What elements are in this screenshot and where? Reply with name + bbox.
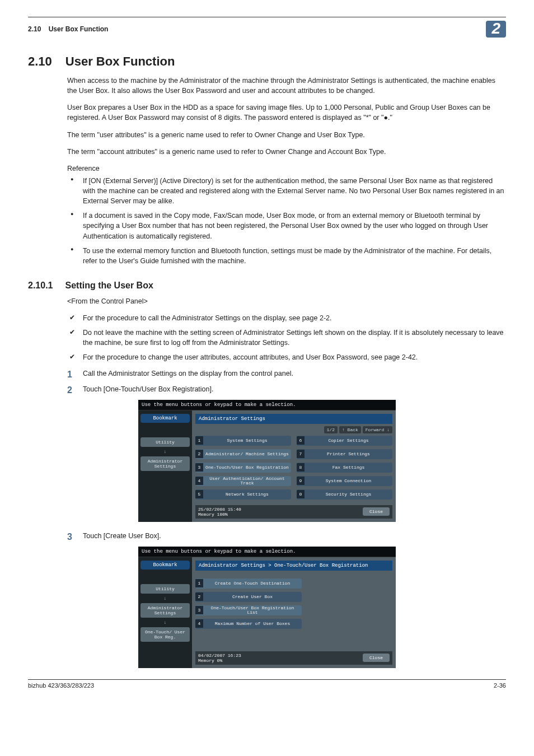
panel-memory: Memory 0% bbox=[198, 658, 241, 663]
menu-registration-list[interactable]: 3One-Touch/User Box Registration List bbox=[195, 605, 302, 615]
sidebar-admin-settings[interactable]: Administrator Settings bbox=[140, 456, 190, 471]
chapter-badge: 2 bbox=[486, 21, 506, 38]
chevron-down-icon: ↓ bbox=[140, 449, 190, 454]
menu-one-touch-user-box[interactable]: 3One-Touch/User Box Registration bbox=[195, 463, 291, 473]
panel-memory: Memory 100% bbox=[198, 512, 241, 517]
step-number: 1 bbox=[67, 370, 83, 380]
subsection-title-text: Setting the User Box bbox=[65, 281, 153, 291]
step-text: Touch [One-Touch/User Box Registration]. bbox=[83, 385, 506, 395]
body-para: When access to the machine by the Admini… bbox=[67, 76, 506, 96]
close-button[interactable]: Close bbox=[363, 654, 390, 662]
panel-date: 25/02/2008 15:40 bbox=[198, 507, 241, 512]
body-para: User Box prepares a User Box in the HDD … bbox=[67, 102, 506, 123]
section-number: 2.10 bbox=[28, 54, 52, 69]
reference-label: Reference bbox=[67, 164, 506, 174]
panel-instruction: Use the menu buttons or keypad to make a… bbox=[138, 547, 396, 557]
bookmark-tab[interactable]: Bookmark bbox=[140, 561, 190, 570]
chevron-down-icon: ↓ bbox=[140, 620, 190, 625]
header-section-title: User Box Function bbox=[49, 25, 109, 33]
footer-model: bizhub 423/363/283/223 bbox=[28, 682, 94, 689]
body-para: The term "account attributes" is a gener… bbox=[67, 147, 506, 157]
reference-list: If [ON (External Server)] (Active Direct… bbox=[67, 176, 506, 266]
reference-item: To use the external memory function and … bbox=[67, 246, 506, 266]
reference-item: If a document is saved in the Copy mode,… bbox=[67, 211, 506, 241]
pager-back-button[interactable]: ↑ Back bbox=[339, 426, 361, 433]
pager-page: 1/2 bbox=[324, 426, 338, 433]
sidebar-utility[interactable]: Utility bbox=[140, 437, 190, 447]
menu-security-settings[interactable]: 0Security Settings bbox=[297, 489, 392, 500]
pager-forward-button[interactable]: Forward ↓ bbox=[363, 426, 392, 433]
sidebar-one-touch-user-box-reg[interactable]: One-Touch/ User Box Reg. bbox=[140, 627, 190, 642]
step-number: 3 bbox=[67, 532, 83, 542]
prereq-list: For the procedure to call the Administra… bbox=[67, 313, 506, 363]
menu-network-settings[interactable]: 5Network Settings bbox=[195, 489, 291, 500]
panel-date: 04/02/2007 16:23 bbox=[198, 653, 241, 658]
step-text: Touch [Create User Box]. bbox=[83, 532, 506, 542]
panel-title: Administrator Settings bbox=[195, 414, 392, 424]
step-3: 3 Touch [Create User Box]. bbox=[67, 532, 506, 542]
panel-instruction: Use the menu buttons or keypad to make a… bbox=[138, 400, 396, 410]
reference-item: If [ON (External Server)] (Active Direct… bbox=[67, 176, 506, 206]
control-panel-screenshot-1: Use the menu buttons or keypad to make a… bbox=[138, 400, 396, 522]
body-para: The term "user attributes" is a generic … bbox=[67, 130, 506, 140]
menu-fax-settings[interactable]: 8Fax Settings bbox=[297, 463, 392, 473]
menu-copier-settings[interactable]: 6Copier Settings bbox=[297, 436, 392, 446]
section-title-text: User Box Function bbox=[65, 54, 175, 69]
menu-max-number-user-boxes[interactable]: 4Maximum Number of User Boxes bbox=[195, 619, 302, 629]
running-header: 2.10 User Box Function 2 bbox=[28, 21, 506, 38]
panel-title: Administrator Settings > One-Touch/User … bbox=[195, 561, 392, 571]
menu-admin-machine-settings[interactable]: 2Administrator/ Machine Settings bbox=[195, 449, 291, 459]
menu-printer-settings[interactable]: 7Printer Settings bbox=[297, 449, 392, 459]
bookmark-tab[interactable]: Bookmark bbox=[140, 414, 190, 423]
header-section-ref: 2.10 bbox=[28, 25, 41, 33]
step-number: 2 bbox=[67, 385, 83, 395]
page-footer: bizhub 423/363/283/223 2-36 bbox=[28, 679, 506, 689]
step-text: Call the Administrator Settings on the d… bbox=[83, 370, 506, 380]
subsection-heading: 2.10.1 Setting the User Box bbox=[28, 281, 506, 291]
footer-page-number: 2-36 bbox=[494, 682, 506, 689]
menu-grid: 1Create One-Touch Destination 2Create Us… bbox=[195, 578, 296, 629]
prereq-item: Do not leave the machine with the settin… bbox=[67, 328, 506, 348]
close-button[interactable]: Close bbox=[363, 507, 390, 516]
control-panel-screenshot-2: Use the menu buttons or keypad to make a… bbox=[138, 547, 396, 668]
sidebar-utility[interactable]: Utility bbox=[140, 584, 190, 594]
menu-user-auth-account[interactable]: 4User Authentication/ Account Track bbox=[195, 476, 291, 486]
angle-note: <From the Control Panel> bbox=[67, 296, 506, 306]
menu-create-one-touch[interactable]: 1Create One-Touch Destination bbox=[195, 578, 302, 589]
menu-system-connection[interactable]: 9System Connection bbox=[297, 476, 392, 486]
prereq-item: For the procedure to change the user att… bbox=[67, 352, 506, 362]
chevron-down-icon: ↓ bbox=[140, 596, 190, 601]
step-2: 2 Touch [One-Touch/User Box Registration… bbox=[67, 385, 506, 395]
step-1: 1 Call the Administrator Settings on the… bbox=[67, 370, 506, 380]
section-heading: 2.10 User Box Function bbox=[28, 54, 506, 69]
menu-create-user-box[interactable]: 2Create User Box bbox=[195, 592, 302, 602]
subsection-number: 2.10.1 bbox=[28, 281, 53, 291]
sidebar-admin-settings[interactable]: Administrator Settings bbox=[140, 603, 190, 618]
menu-grid: 1System Settings 6Copier Settings 2Admin… bbox=[195, 436, 392, 500]
prereq-item: For the procedure to call the Administra… bbox=[67, 313, 506, 323]
menu-system-settings[interactable]: 1System Settings bbox=[195, 436, 291, 446]
